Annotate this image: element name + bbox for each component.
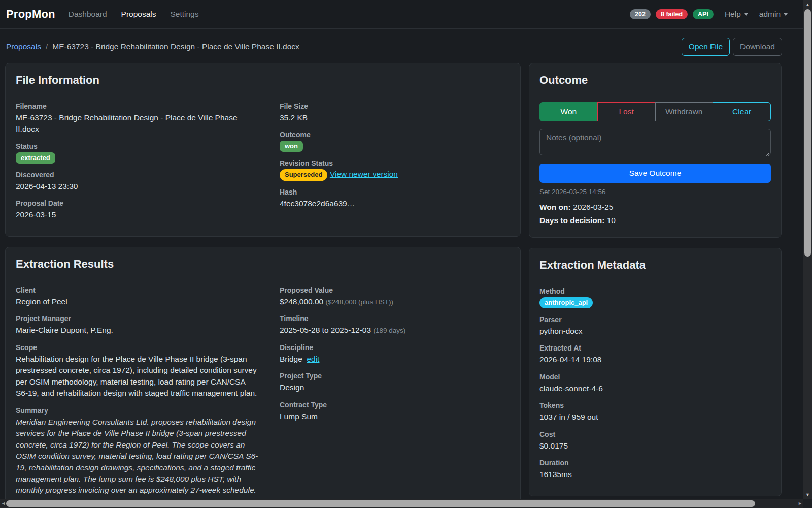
won-on-line: Won on: 2026-03-25 bbox=[539, 203, 771, 212]
days-to-decision-label: Days to decision: bbox=[539, 216, 604, 225]
horizontal-scroll-thumb[interactable] bbox=[6, 500, 755, 507]
outcome-field: Outcome won bbox=[280, 131, 510, 152]
project-type-label: Project Type bbox=[280, 372, 510, 380]
outcome-button-group: Won Lost Withdrawn Clear bbox=[539, 102, 771, 121]
outcome-badge: won bbox=[280, 141, 303, 152]
extraction-metadata-title: Extraction Metadata bbox=[539, 259, 771, 278]
main-content: File Information Filename ME-63723 - Bri… bbox=[0, 63, 812, 508]
save-outcome-button[interactable]: Save Outcome bbox=[539, 164, 771, 183]
model-value: claude-sonnet-4-6 bbox=[539, 383, 771, 394]
model-field: Model claude-sonnet-4-6 bbox=[539, 373, 771, 394]
filename-field: Filename ME-63723 - Bridge Rehabilitatio… bbox=[16, 102, 259, 135]
timeline-label: Timeline bbox=[280, 314, 510, 323]
status-label: Status bbox=[16, 142, 259, 150]
scroll-right-icon[interactable]: ► bbox=[798, 499, 802, 508]
vertical-scroll-thumb[interactable] bbox=[804, 9, 811, 257]
caret-down-icon bbox=[744, 13, 748, 16]
proposed-value-field: Proposed Value $248,000.00 ($248,000 (pl… bbox=[280, 286, 510, 307]
left-column: File Information Filename ME-63723 - Bri… bbox=[5, 63, 521, 508]
outcome-title: Outcome bbox=[539, 74, 771, 93]
withdrawn-button[interactable]: Withdrawn bbox=[655, 102, 714, 121]
extracted-at-field: Extracted At 2026-04-14 19:08 bbox=[539, 344, 771, 365]
client-field: Client Region of Peel bbox=[16, 286, 259, 307]
scope-value: Rehabilitation design for the Place de V… bbox=[16, 354, 259, 399]
admin-menu[interactable]: admin bbox=[759, 10, 788, 19]
proposed-value-label: Proposed Value bbox=[280, 286, 510, 294]
summary-label: Summary bbox=[16, 406, 259, 415]
file-information-card: File Information Filename ME-63723 - Bri… bbox=[5, 63, 521, 237]
discipline-label: Discipline bbox=[280, 343, 510, 352]
discipline-edit-link[interactable]: edit bbox=[307, 355, 319, 363]
project-type-field: Project Type Design bbox=[280, 372, 510, 393]
extraction-metadata-card: Extraction Metadata Method anthropic_api… bbox=[529, 248, 782, 496]
horizontal-scrollbar[interactable]: ◄ ► bbox=[0, 499, 803, 508]
breadcrumb: Proposals / ME-63723 - Bridge Rehabilita… bbox=[6, 42, 299, 51]
app-brand[interactable]: PropMon bbox=[6, 8, 55, 21]
file-size-value: 35.2 KB bbox=[280, 112, 510, 123]
help-menu[interactable]: Help bbox=[725, 10, 748, 19]
contract-type-field: Contract Type Lump Sum bbox=[280, 401, 510, 422]
tokens-label: Tokens bbox=[539, 401, 771, 409]
vertical-scrollbar[interactable]: ▲ ▼ bbox=[803, 0, 812, 499]
won-on-value: 2026-03-25 bbox=[573, 203, 613, 211]
nav-item-settings[interactable]: Settings bbox=[170, 10, 198, 19]
extraction-results-left-col: Client Region of Peel Project Manager Ma… bbox=[16, 286, 259, 508]
nav-right-cluster: 202 8 failed API Help admin bbox=[630, 9, 788, 20]
scroll-down-icon[interactable]: ▼ bbox=[803, 491, 812, 498]
file-info-left-col: Filename ME-63723 - Bridge Rehabilitatio… bbox=[16, 102, 259, 228]
summary-field: Summary Meridian Engineering Consultants… bbox=[16, 406, 259, 508]
extraction-results-card: Extraction Results Client Region of Peel… bbox=[5, 247, 521, 508]
scroll-up-icon[interactable]: ▲ bbox=[803, 1, 812, 8]
navbar: PropMon Dashboard Proposals Settings 202… bbox=[0, 0, 812, 29]
won-button[interactable]: Won bbox=[539, 102, 598, 121]
view-newer-version-link[interactable]: View newer version bbox=[330, 170, 398, 178]
breadcrumb-current: ME-63723 - Bridge Rehabilitation Design … bbox=[52, 42, 299, 51]
right-column: Outcome Won Lost Withdrawn Clear Save Ou… bbox=[529, 63, 782, 508]
nav-item-proposals[interactable]: Proposals bbox=[121, 10, 156, 19]
lost-button[interactable]: Lost bbox=[597, 102, 656, 121]
revision-status-label: Revision Status bbox=[280, 159, 510, 167]
breadcrumb-proposals-link[interactable]: Proposals bbox=[6, 42, 41, 51]
extracted-at-value: 2026-04-14 19:08 bbox=[539, 354, 771, 365]
discovered-value: 2026-04-13 23:30 bbox=[16, 181, 259, 192]
method-badge: anthropic_api bbox=[539, 297, 593, 308]
failed-count-badge[interactable]: 8 failed bbox=[656, 9, 688, 20]
status-field: Status extracted bbox=[16, 142, 259, 164]
breadcrumb-separator: / bbox=[46, 42, 48, 51]
duration-field: Duration 16135ms bbox=[539, 459, 771, 480]
breadcrumb-bar: Proposals / ME-63723 - Bridge Rehabilita… bbox=[0, 29, 812, 63]
hash-value: 4fec3078e2d6a639… bbox=[280, 198, 510, 209]
file-actions: Open File Download bbox=[682, 38, 782, 56]
proposal-date-label: Proposal Date bbox=[16, 199, 259, 207]
discipline-value: Bridge bbox=[280, 355, 302, 363]
scope-label: Scope bbox=[16, 343, 259, 352]
proposed-value-note: ($248,000 (plus HST)) bbox=[326, 298, 394, 306]
parser-value: python-docx bbox=[539, 326, 771, 337]
total-count-badge[interactable]: 202 bbox=[630, 9, 651, 20]
download-button[interactable]: Download bbox=[733, 38, 782, 56]
extraction-results-right-col: Proposed Value $248,000.00 ($248,000 (pl… bbox=[280, 286, 510, 508]
admin-menu-label: admin bbox=[759, 10, 781, 19]
api-status-badge[interactable]: API bbox=[693, 9, 714, 20]
filename-value: ME-63723 - Bridge Rehabilitation Design … bbox=[16, 112, 259, 135]
nav-item-dashboard[interactable]: Dashboard bbox=[69, 10, 107, 19]
discovered-field: Discovered 2026-04-13 23:30 bbox=[16, 171, 259, 192]
method-label: Method bbox=[539, 287, 771, 295]
clear-button[interactable]: Clear bbox=[713, 102, 771, 121]
duration-label: Duration bbox=[539, 459, 771, 467]
tokens-field: Tokens 1037 in / 959 out bbox=[539, 401, 771, 423]
file-size-field: File Size 35.2 KB bbox=[280, 102, 510, 123]
cost-value: $0.0175 bbox=[539, 440, 771, 452]
outcome-label: Outcome bbox=[280, 131, 510, 139]
hash-label: Hash bbox=[280, 188, 510, 196]
scroll-left-icon[interactable]: ◄ bbox=[1, 499, 6, 508]
client-value: Region of Peel bbox=[16, 296, 259, 307]
cost-label: Cost bbox=[539, 430, 771, 438]
notes-input[interactable] bbox=[539, 129, 771, 155]
hash-field: Hash 4fec3078e2d6a639… bbox=[280, 188, 510, 209]
discipline-field: Discipline Bridge edit bbox=[280, 343, 510, 365]
proposed-value-main: $248,000.00 bbox=[280, 297, 323, 306]
parser-field: Parser python-docx bbox=[539, 315, 771, 337]
summary-value: Meridian Engineering Consultants Ltd. pr… bbox=[16, 417, 259, 508]
open-file-button[interactable]: Open File bbox=[682, 38, 730, 56]
